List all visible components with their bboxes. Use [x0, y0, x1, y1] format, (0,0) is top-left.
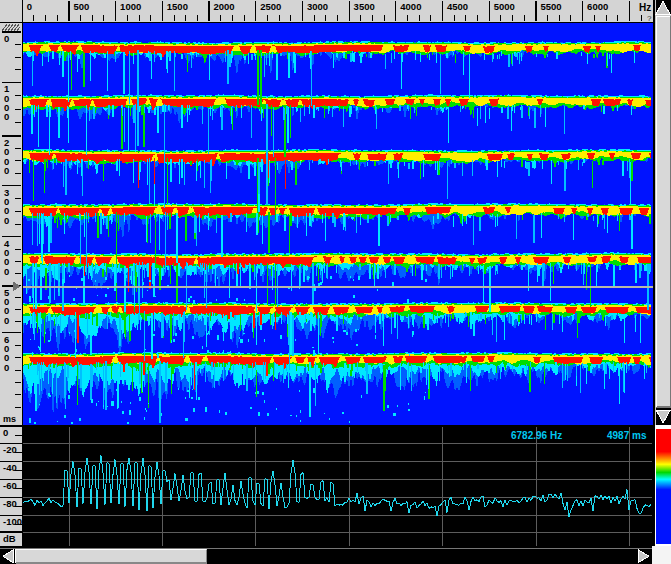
svg-text:0: 0 [4, 33, 9, 44]
svg-text:0: 0 [4, 362, 9, 373]
svg-text:-60: -60 [3, 480, 17, 491]
svg-text:Hz: Hz [639, 2, 651, 13]
svg-text:5500: 5500 [540, 1, 561, 12]
svg-text:0: 0 [4, 215, 9, 226]
svg-text:-40: -40 [3, 462, 17, 473]
svg-text:?: ? [647, 14, 652, 23]
svg-text:0: 0 [27, 1, 32, 12]
svg-text:5000: 5000 [494, 1, 515, 12]
svg-text:4987 ms: 4987 ms [607, 430, 647, 441]
svg-text:1000: 1000 [120, 1, 141, 12]
svg-text:2500: 2500 [260, 1, 281, 12]
svg-text:0: 0 [4, 266, 9, 277]
svg-text:1500: 1500 [167, 1, 188, 12]
svg-text:dB: dB [3, 533, 16, 544]
svg-text:0: 0 [4, 315, 9, 326]
svg-text:3000: 3000 [307, 1, 328, 12]
svg-text:0: 0 [4, 111, 9, 122]
svg-text:6000: 6000 [587, 1, 608, 12]
svg-text:2000: 2000 [214, 1, 235, 12]
svg-text:-20: -20 [3, 444, 17, 455]
svg-text:3500: 3500 [354, 1, 375, 12]
svg-text:500: 500 [73, 1, 89, 12]
svg-text:6782.96 Hz: 6782.96 Hz [511, 430, 562, 441]
svg-text:-100: -100 [3, 516, 22, 527]
svg-text:ms: ms [3, 414, 16, 424]
svg-text:4500: 4500 [447, 1, 468, 12]
svg-text:-80: -80 [3, 498, 17, 509]
svg-text:4000: 4000 [400, 1, 421, 12]
svg-text:0: 0 [3, 427, 8, 438]
svg-text:0: 0 [4, 165, 9, 176]
